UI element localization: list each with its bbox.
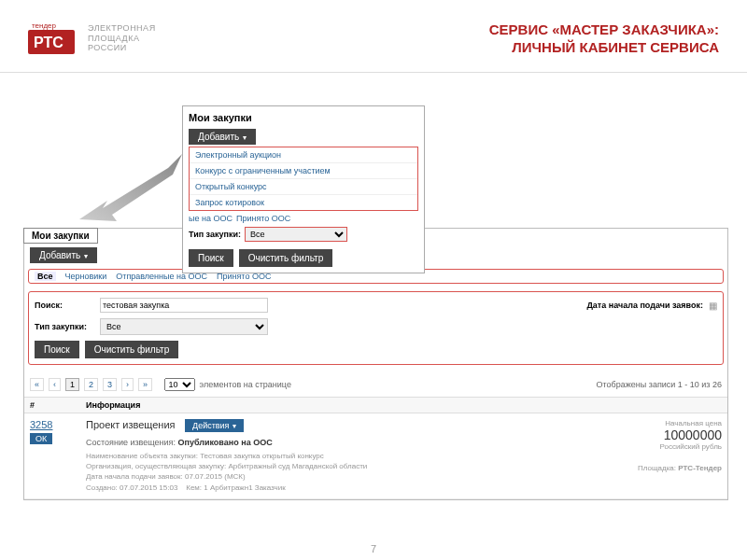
price-currency: Российский рубль — [610, 442, 722, 451]
tab-drafts[interactable]: Черновики — [65, 272, 107, 281]
logo-subtitle: ЭЛЕКТРОННАЯ ПЛОЩАДКА РОССИИ — [88, 23, 156, 53]
meta-org: Организация, осуществляющая закупку: Арб… — [86, 461, 610, 471]
page-title: СЕРВИС «МАСТЕР ЗАКАЗЧИКА»: ЛИЧНЫЙ КАБИНЕ… — [489, 21, 719, 57]
table-header: # Информация — [24, 397, 727, 413]
filter-button-row: Поиск Очистить фильтр — [35, 341, 717, 358]
date-label: Дата начала подачи заявок: — [586, 301, 703, 310]
logo-sub-line: РОССИИ — [88, 43, 156, 53]
calendar-icon[interactable]: ▦ — [709, 301, 717, 311]
slide-header: тендер РТС ЭЛЕКТРОННАЯ ПЛОЩАДКА РОССИИ С… — [0, 0, 747, 67]
slide-number: 7 — [371, 543, 376, 554]
state-value: Опубликовано на ООС — [177, 438, 272, 447]
tab-all[interactable]: Все — [35, 272, 56, 281]
price-value: 10000000 — [610, 427, 722, 442]
search-button[interactable]: Поиск — [189, 249, 233, 267]
filter-row-type: Тип закупки: Все — [35, 318, 717, 335]
callout-arrow-icon — [79, 154, 182, 231]
pagination: « ‹ 1 2 3 › » 10 элементов на странице О… — [24, 372, 727, 397]
menu-item-open[interactable]: Открытый конкурс — [190, 179, 417, 195]
popup-tabs-partial: ые на ООС Принято ООС — [189, 214, 418, 223]
title-line: ЛИЧНЫЙ КАБИНЕТ СЕРВИСА — [489, 38, 719, 57]
add-dropdown-menu: Электронный аукцион Конкурс с ограниченн… — [189, 147, 418, 211]
clear-filter-button-main[interactable]: Очистить фильтр — [85, 341, 179, 358]
search-button-main[interactable]: Поиск — [35, 341, 79, 358]
type-label: Тип закупки: — [35, 322, 100, 331]
svg-marker-1 — [79, 154, 182, 221]
menu-item-quotes[interactable]: Запрос котировок — [190, 195, 417, 210]
popup-button-row: Поиск Очистить фильтр — [189, 249, 418, 267]
logo-top-text: тендер — [32, 21, 57, 30]
popup-type-row: Тип закупки: Все — [189, 227, 418, 242]
meta-created-by: Кем: 1 Арбитражн1 Заказчик — [186, 483, 285, 492]
platform-label: Площадка: — [638, 464, 676, 472]
add-button[interactable]: Добавить — [189, 129, 256, 145]
rts-logo: тендер РТС — [28, 19, 78, 58]
info-cell: Проект извещения Действия Состояние изве… — [86, 419, 610, 493]
menu-item-auction[interactable]: Электронный аукцион — [190, 147, 417, 163]
price-label: Начальная цена — [610, 419, 722, 427]
state-line: Состояние извещения: Опубликовано на ООС — [86, 438, 610, 447]
meta-name: Наименование объекта закупки: Тестовая з… — [86, 451, 610, 461]
purchase-id-link[interactable]: 3258 — [30, 419, 86, 430]
page-3[interactable]: 3 — [103, 378, 117, 391]
page-1[interactable]: 1 — [65, 378, 79, 391]
col-number: # — [30, 400, 86, 410]
meta-block: Наименование объекта закупки: Тестовая з… — [86, 451, 610, 493]
actions-button[interactable]: Действия — [185, 419, 243, 432]
col-info: Информация — [86, 400, 610, 410]
dropdown-popup: Мои закупки Добавить Электронный аукцион… — [182, 105, 425, 273]
platform-line: Площадка: РТС-Тендер — [610, 464, 722, 472]
popup-title: Мои закупки — [189, 112, 418, 123]
col-price — [610, 400, 722, 410]
page-prev-icon[interactable]: ‹ — [49, 378, 61, 391]
filter-box: Поиск: Дата начала подачи заявок: ▦ Тип … — [28, 291, 724, 365]
tab-sent-partial[interactable]: ые на ООС — [189, 214, 233, 223]
logo-block: тендер РТС ЭЛЕКТРОННАЯ ПЛОЩАДКА РОССИИ — [28, 19, 156, 58]
price-cell: Начальная цена 10000000 Российский рубль… — [610, 419, 722, 493]
tab-accepted[interactable]: Принято ООС — [236, 214, 290, 223]
meta-created: Создано: 07.07.2015 15:03 Кем: 1 Арбитра… — [86, 483, 610, 493]
type-select-main[interactable]: Все — [100, 318, 268, 335]
pager-summary: Отображены записи 1 - 10 из 26 — [597, 380, 722, 389]
title-line: СЕРВИС «МАСТЕР ЗАКАЗЧИКА»: — [489, 21, 719, 39]
state-label: Состояние извещения: — [86, 438, 176, 447]
project-title: Проект извещения — [86, 419, 176, 430]
search-input[interactable] — [100, 298, 268, 313]
header-divider — [0, 72, 747, 73]
logo-sub-line: ЭЛЕКТРОННАЯ — [88, 23, 156, 34]
clear-filter-button[interactable]: Очистить фильтр — [239, 249, 333, 267]
page-first-icon[interactable]: « — [30, 378, 44, 391]
per-page-label: элементов на странице — [200, 380, 291, 389]
logo-sub-line: ПЛОЩАДКА — [88, 34, 156, 44]
page-last-icon[interactable]: » — [138, 378, 152, 391]
type-label: Тип закупки: — [189, 230, 241, 239]
logo-main-text: РТС — [34, 35, 63, 50]
filter-row-search: Поиск: Дата начала подачи заявок: ▦ — [35, 298, 717, 313]
page-2[interactable]: 2 — [84, 378, 98, 391]
table-row: 3258 ОК Проект извещения Действия Состоя… — [24, 413, 727, 499]
platform-value: РТС-Тендер — [678, 464, 722, 472]
per-page-select[interactable]: 10 — [164, 378, 195, 391]
meta-date: Дата начала подачи заявок: 07.07.2015 (М… — [86, 471, 610, 482]
meta-created-date: Создано: 07.07.2015 15:03 — [86, 483, 177, 492]
search-label: Поиск: — [35, 301, 100, 310]
page-next-icon[interactable]: › — [121, 378, 134, 391]
add-button-main[interactable]: Добавить — [30, 247, 97, 263]
type-select[interactable]: Все — [245, 227, 347, 242]
number-cell: 3258 ОК — [30, 419, 86, 493]
menu-item-limited[interactable]: Конкурс с ограниченным участием — [190, 163, 417, 179]
status-badge: ОК — [30, 433, 52, 444]
